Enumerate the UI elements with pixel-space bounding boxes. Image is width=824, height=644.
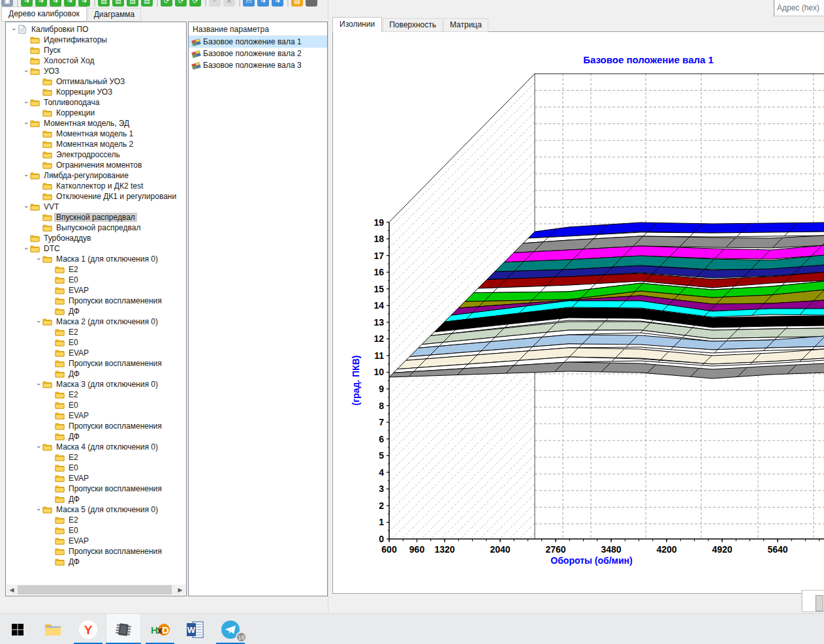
chevron-down-icon[interactable]: › xyxy=(23,99,29,106)
chevron-down-icon[interactable]: › xyxy=(35,381,42,388)
tree-item[interactable]: ДФ xyxy=(6,306,185,316)
scrollbar-thumb[interactable] xyxy=(18,585,172,594)
taskbar-yandex-icon[interactable]: Y xyxy=(71,614,106,644)
tree-item[interactable]: Коррекции xyxy=(6,108,185,118)
taskbar-start-button[interactable] xyxy=(0,614,35,644)
cancel-icon-toolbar[interactable]: ✕ xyxy=(223,0,235,7)
tree-item[interactable]: ›Маска 5 (для отключения 0) xyxy=(6,504,185,515)
tree-item[interactable]: Коррекции УОЗ xyxy=(6,87,185,97)
parameter-row[interactable]: Базовое положение вала 3 xyxy=(189,59,327,71)
tree-item[interactable]: ›Маска 2 (для отключения 0) xyxy=(6,316,185,327)
tree-item[interactable]: Идентификаторы xyxy=(6,35,185,45)
sync-icon-toolbar[interactable]: ⟳ xyxy=(189,0,201,7)
tree-item[interactable]: E0 xyxy=(6,337,185,348)
tree-item[interactable]: Оптимальный УОЗ xyxy=(6,76,185,87)
chevron-down-icon[interactable]: › xyxy=(35,506,42,514)
chevron-down-icon[interactable]: › xyxy=(10,26,17,33)
tree-item[interactable]: ›Моментная модель, ЭД xyxy=(6,118,185,129)
write-icon-toolbar[interactable]: ▤ xyxy=(141,0,153,7)
log-icon-toolbar[interactable]: ▨ xyxy=(291,0,303,7)
write-icon-toolbar[interactable]: ▤ xyxy=(112,0,124,7)
tree-item[interactable]: Ограничения моментов xyxy=(6,160,185,170)
read-icon-toolbar[interactable]: ➜ xyxy=(35,0,47,7)
tree-item[interactable]: ДФ xyxy=(6,494,185,504)
tree-item[interactable]: E2 xyxy=(6,452,185,463)
tree-item[interactable]: ›Маска 4 (для отключения 0) xyxy=(6,442,185,452)
tree-item[interactable]: Пропуски воспламенения xyxy=(6,296,185,306)
export-icon-toolbar[interactable]: ➜ xyxy=(272,0,283,7)
read-all-icon-toolbar[interactable]: ➜ xyxy=(21,0,33,7)
taskbar-word-icon[interactable]: W xyxy=(178,614,213,644)
read-icon-toolbar[interactable]: ➜ xyxy=(50,0,61,7)
import-icon-toolbar[interactable]: ➜ xyxy=(257,0,269,7)
tree-horizontal-scrollbar[interactable]: ◀ ▶ xyxy=(7,585,185,595)
parameter-row[interactable]: Базовое положение вала 1 xyxy=(189,36,327,48)
tree-item[interactable]: ДФ xyxy=(6,431,185,442)
chevron-down-icon[interactable]: › xyxy=(23,172,29,179)
tree-item[interactable]: ›Маска 3 (для отключения 0) xyxy=(6,379,185,390)
taskbar-explorer-icon[interactable] xyxy=(35,614,71,644)
tree-item[interactable]: E0 xyxy=(6,400,185,410)
main-tab-1[interactable]: Диаграмма xyxy=(87,8,141,22)
main-tab-0[interactable]: Дерево калибровок xyxy=(1,7,87,22)
tree-item[interactable]: EVAP xyxy=(6,536,185,546)
chevron-down-icon[interactable]: › xyxy=(23,245,29,253)
scroll-left-icon[interactable]: ◀ xyxy=(7,585,17,595)
tree-item[interactable]: Пропуски воспламенения xyxy=(6,483,185,494)
tree-item[interactable]: Пропуски воспламенения xyxy=(6,546,185,557)
chevron-down-icon[interactable]: › xyxy=(35,318,42,326)
chart-tab-2[interactable]: Матрица xyxy=(443,18,488,32)
tree-item[interactable]: Электродроссель xyxy=(6,149,185,160)
tree-item[interactable]: Выпускной распредвал xyxy=(6,222,185,233)
read-icon-toolbar[interactable]: ➜ xyxy=(78,0,90,7)
chevron-down-icon[interactable]: › xyxy=(35,256,42,263)
tree-item[interactable]: EVAP xyxy=(6,348,185,358)
write-icon-toolbar[interactable]: ▤ xyxy=(98,0,110,7)
chevron-down-icon[interactable]: › xyxy=(35,444,42,451)
tree-item[interactable]: ›Маска 1 (для отключения 0) xyxy=(6,254,185,264)
tree-item[interactable]: Моментная модель 1 xyxy=(6,129,185,139)
tree-item[interactable]: Моментная модель 2 xyxy=(6,139,185,149)
tree-item[interactable]: ›VVT xyxy=(6,202,185,212)
corner-button[interactable] xyxy=(816,595,823,611)
tree-item[interactable]: EVAP xyxy=(6,473,185,483)
chart-tab-1[interactable]: Поверхность xyxy=(383,18,443,32)
taskbar-chip-icon[interactable] xyxy=(106,614,141,644)
tree-item[interactable]: ›УОЗ xyxy=(6,66,185,76)
taskbar-hxd-icon[interactable]: HxD xyxy=(142,614,178,644)
tree-item[interactable]: ДФ xyxy=(6,557,185,567)
tree-item[interactable]: E2 xyxy=(6,264,185,275)
scroll-right-icon[interactable]: ▶ xyxy=(175,585,185,595)
chevron-down-icon[interactable]: › xyxy=(23,120,29,127)
sync-icon-toolbar[interactable]: ⟳ xyxy=(175,0,187,7)
sync-icon-toolbar[interactable]: ⟳ xyxy=(161,0,172,7)
tree-item[interactable]: E0 xyxy=(6,525,185,536)
tree-item[interactable]: ›Лямбда-регулирование xyxy=(6,170,185,181)
tree-item[interactable]: Пропуски воспламенения xyxy=(6,358,185,369)
tree-item[interactable]: E2 xyxy=(6,390,185,400)
tree-item[interactable]: Пропуски воспламенения xyxy=(6,421,185,431)
save-icon-toolbar[interactable]: ▣ xyxy=(1,0,13,7)
tree-item[interactable]: ДФ xyxy=(6,369,185,379)
tree-item[interactable]: Пуск xyxy=(6,45,185,55)
tree-item[interactable]: Катколлектор и ДК2 test xyxy=(6,181,185,191)
read-icon-toolbar[interactable]: ➜ xyxy=(64,0,76,7)
parameter-row[interactable]: Базовое положение вала 2 xyxy=(189,48,327,59)
taskbar-telegram-icon[interactable]: 18 xyxy=(213,614,248,644)
tree-item[interactable]: EVAP xyxy=(6,410,185,421)
tree-item[interactable]: ›Калибровки ПО xyxy=(6,24,185,35)
tree-item[interactable]: ›DTC xyxy=(6,243,185,254)
tree-item[interactable]: Холостой Ход xyxy=(6,55,185,66)
compare-icon-toolbar[interactable]: − xyxy=(209,0,221,7)
window-icon-toolbar[interactable]: ▭ xyxy=(243,0,255,7)
tree-item[interactable]: E2 xyxy=(6,327,185,337)
address-hex-input[interactable] xyxy=(774,0,824,16)
misc-icon-toolbar[interactable] xyxy=(306,0,317,7)
tree-item[interactable]: EVAP xyxy=(6,285,185,296)
write-icon-toolbar[interactable]: ▤ xyxy=(127,0,138,7)
tree-item[interactable]: Впускной распредвал xyxy=(6,212,185,222)
tree-item[interactable]: Турбонаддув xyxy=(6,233,185,243)
tree-item[interactable]: ›Топливоподача xyxy=(6,97,185,108)
tree-item[interactable]: Отключение ДК1 и регулировани xyxy=(6,191,185,202)
chevron-down-icon[interactable]: › xyxy=(23,68,29,75)
